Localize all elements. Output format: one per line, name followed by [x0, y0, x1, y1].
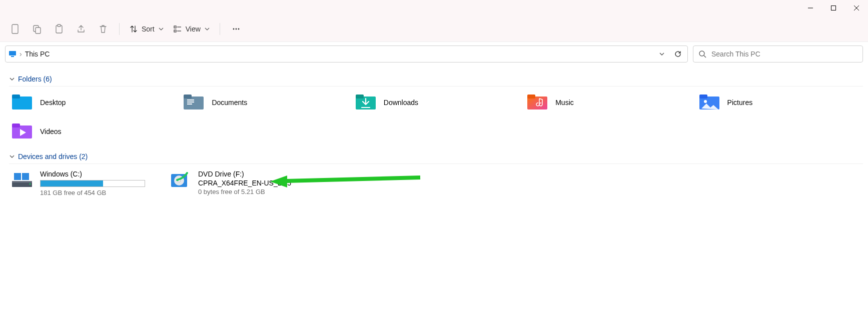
- content-area: Folders (6) Desktop Documents Downloads …: [0, 66, 868, 198]
- svg-rect-39: [22, 173, 29, 180]
- refresh-button[interactable]: [671, 48, 684, 60]
- refresh-icon: [674, 50, 682, 58]
- svg-point-18: [699, 51, 704, 56]
- copy-button[interactable]: [27, 20, 47, 38]
- address-location: This PC: [25, 50, 652, 58]
- sort-icon: [130, 25, 138, 33]
- delete-icon: [98, 24, 108, 34]
- sort-button[interactable]: Sort: [126, 20, 168, 38]
- minimize-icon: [808, 6, 813, 10]
- svg-rect-16: [9, 51, 16, 56]
- folder-pictures[interactable]: Pictures: [696, 90, 863, 114]
- svg-point-33: [704, 100, 707, 103]
- view-label: View: [186, 25, 201, 33]
- folder-documents[interactable]: Documents: [181, 90, 347, 114]
- close-button[interactable]: [845, 0, 868, 16]
- svg-rect-9: [174, 26, 176, 28]
- svg-rect-37: [12, 181, 32, 182]
- svg-rect-35: [12, 124, 20, 128]
- new-icon: [11, 24, 20, 34]
- folders-group-header[interactable]: Folders (6): [9, 72, 863, 86]
- pictures-icon: [698, 94, 720, 112]
- hdd-icon: [11, 171, 33, 189]
- share-button[interactable]: [71, 20, 91, 38]
- breadcrumb-separator: ›: [20, 50, 22, 58]
- drive-info: DVD Drive (F:) CPRA_X64FRE_EN-US_DV5 0 b…: [198, 170, 291, 196]
- drive-usage-bar: [40, 180, 145, 187]
- copy-icon: [32, 24, 42, 34]
- downloads-icon: [355, 94, 377, 112]
- svg-rect-8: [58, 24, 61, 26]
- chevron-down-icon: [9, 76, 15, 82]
- music-icon: [526, 94, 548, 112]
- command-bar: Sort View: [0, 16, 868, 42]
- drives-group-header[interactable]: Devices and drives (2): [9, 150, 863, 164]
- drive-dvd[interactable]: DVD Drive (F:) CPRA_X64FRE_EN-US_DV5 0 b…: [167, 168, 317, 198]
- chevron-down-icon: [659, 51, 665, 57]
- chevron-down-icon: [205, 26, 210, 32]
- drives-row: Windows (C:) 181 GB free of 454 GB DVD D…: [9, 168, 863, 198]
- drive-status: 0 bytes free of 5.21 GB: [198, 188, 291, 196]
- svg-rect-6: [36, 28, 41, 34]
- delete-button[interactable]: [93, 20, 113, 38]
- svg-rect-32: [699, 94, 707, 98]
- svg-line-19: [704, 56, 706, 58]
- svg-rect-17: [11, 56, 14, 57]
- svg-rect-24: [187, 100, 194, 100]
- drives-group-label: Devices and drives (2): [18, 152, 88, 160]
- new-button[interactable]: [5, 20, 25, 38]
- search-box[interactable]: [693, 46, 863, 62]
- drive-c[interactable]: Windows (C:) 181 GB free of 454 GB: [9, 168, 159, 198]
- desktop-icon: [11, 94, 33, 112]
- folder-label: Downloads: [384, 98, 418, 106]
- drive-name: Windows (C:): [40, 170, 145, 178]
- dvd-icon: [169, 171, 191, 189]
- svg-rect-25: [187, 102, 194, 102]
- maximize-button[interactable]: [822, 0, 845, 16]
- drive-status: 181 GB free of 454 GB: [40, 189, 145, 196]
- svg-rect-26: [187, 104, 192, 104]
- folder-music[interactable]: Music: [524, 90, 691, 114]
- close-icon: [854, 6, 859, 10]
- folder-label: Pictures: [727, 98, 753, 106]
- address-dropdown-button[interactable]: [655, 48, 668, 60]
- svg-rect-23: [184, 94, 192, 98]
- folder-label: Music: [555, 98, 574, 106]
- title-bar: [0, 0, 868, 16]
- paste-icon: [54, 24, 64, 34]
- address-bar[interactable]: › This PC: [5, 46, 688, 62]
- folder-label: Desktop: [40, 98, 66, 106]
- drive-name-line2: CPRA_X64FRE_EN-US_DV5: [198, 179, 291, 187]
- search-icon: [698, 50, 706, 58]
- svg-rect-28: [356, 94, 364, 98]
- paste-button[interactable]: [49, 20, 69, 38]
- view-icon: [174, 25, 182, 33]
- svg-point-14: [235, 28, 237, 30]
- documents-icon: [183, 94, 205, 112]
- minimize-button[interactable]: [799, 0, 822, 16]
- view-button[interactable]: View: [170, 20, 214, 38]
- this-pc-icon: [9, 50, 17, 58]
- chevron-down-icon: [9, 154, 15, 160]
- svg-rect-30: [527, 94, 535, 98]
- svg-point-15: [238, 28, 239, 30]
- svg-rect-38: [14, 173, 21, 180]
- folder-label: Documents: [212, 98, 247, 106]
- folder-label: Videos: [40, 128, 62, 136]
- folder-desktop[interactable]: Desktop: [9, 90, 176, 114]
- drive-info: Windows (C:) 181 GB free of 454 GB: [40, 170, 145, 196]
- search-input[interactable]: [711, 50, 857, 58]
- folder-videos[interactable]: Videos: [9, 120, 176, 144]
- sort-label: Sort: [142, 25, 155, 33]
- folder-downloads[interactable]: Downloads: [353, 90, 519, 114]
- svg-rect-21: [12, 94, 20, 98]
- more-icon: [232, 25, 240, 33]
- drive-name-line1: DVD Drive (F:): [198, 170, 291, 178]
- separator: [220, 23, 220, 35]
- svg-point-40: [30, 184, 31, 185]
- svg-rect-4: [12, 24, 18, 34]
- address-row: › This PC: [0, 42, 868, 66]
- maximize-icon: [831, 6, 836, 10]
- more-button[interactable]: [226, 20, 246, 38]
- folders-grid: Desktop Documents Downloads Music Pictur…: [9, 90, 863, 144]
